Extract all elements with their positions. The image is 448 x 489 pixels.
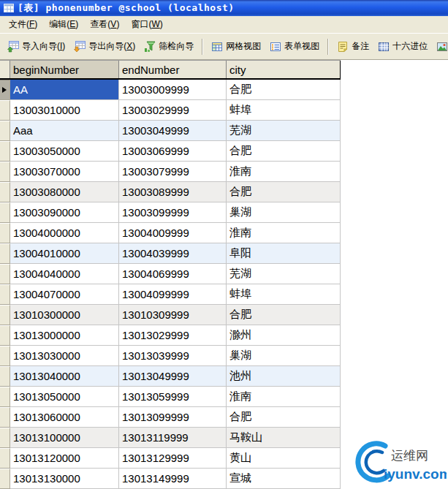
cell-beginNumber[interactable]: 13004070000 — [10, 284, 119, 305]
cell-endNumber[interactable]: 13013059999 — [119, 387, 227, 407]
cell-beginNumber[interactable]: AA — [10, 80, 119, 100]
cell-beginNumber[interactable]: 13013050000 — [10, 387, 119, 407]
cell-city[interactable]: 马鞍山 — [227, 428, 341, 448]
row-selector[interactable] — [0, 428, 10, 448]
row-selector[interactable] — [0, 284, 10, 305]
cell-endNumber[interactable]: 13003079999 — [119, 162, 227, 182]
memo-button[interactable]: 备注 — [333, 37, 373, 56]
menu-view[interactable]: 查看(V) — [84, 16, 125, 33]
grid-view-button[interactable]: 网格视图 — [207, 37, 265, 56]
cell-beginNumber[interactable]: Aaa — [10, 121, 119, 141]
cell-city[interactable]: 芜湖 — [227, 264, 341, 284]
cell-city[interactable]: 合肥 — [227, 141, 341, 162]
image-button[interactable]: 图像 — [432, 37, 448, 56]
cell-city[interactable]: 合肥 — [227, 80, 341, 100]
table-row: 13004010000 13004039999 阜阳 — [0, 243, 341, 264]
cell-beginNumber[interactable]: 13013060000 — [10, 407, 119, 428]
column-header-city[interactable]: city — [227, 61, 341, 78]
cell-city[interactable]: 滁州 — [227, 325, 341, 346]
cell-endNumber[interactable]: 13003009999 — [119, 80, 227, 100]
cell-city[interactable]: 巢湖 — [227, 202, 341, 223]
filter-wizard-button[interactable]: 筛检向导 — [140, 37, 198, 56]
cell-city[interactable]: 淮南 — [227, 162, 341, 182]
row-selector[interactable] — [0, 223, 10, 243]
cell-city[interactable]: 蚌埠 — [227, 100, 341, 121]
row-selector[interactable] — [0, 162, 10, 182]
import-wizard-button[interactable]: 导入向导(I) — [3, 37, 69, 56]
cell-city[interactable]: 淮南 — [227, 223, 341, 243]
cell-city[interactable]: 巢湖 — [227, 346, 341, 366]
row-selector[interactable] — [0, 305, 10, 325]
column-header-endNumber[interactable]: endNumber — [119, 61, 227, 78]
cell-city[interactable]: 蚌埠 — [227, 284, 341, 305]
table-row: 13003050000 13003069999 合肥 — [0, 141, 341, 162]
cell-endNumber[interactable]: 13003049999 — [119, 121, 227, 141]
cell-endNumber[interactable]: 13003029999 — [119, 100, 227, 121]
row-selector[interactable] — [0, 387, 10, 407]
menu-window[interactable]: 窗口(W) — [125, 16, 168, 33]
cell-city[interactable]: 芜湖 — [227, 121, 341, 141]
cell-beginNumber[interactable]: 13013000000 — [10, 325, 119, 346]
row-selector[interactable] — [0, 264, 10, 284]
cell-endNumber[interactable]: 13004009999 — [119, 223, 227, 243]
row-selector[interactable] — [0, 407, 10, 428]
cell-city[interactable]: 黄山 — [227, 448, 341, 469]
table-row: 13004040000 13004069999 芜湖 — [0, 264, 341, 284]
cell-city[interactable]: 宣城 — [227, 469, 341, 489]
form-view-button[interactable]: 表单视图 — [265, 37, 324, 56]
cell-endNumber[interactable]: 13004039999 — [119, 243, 227, 264]
cell-city[interactable]: 合肥 — [227, 305, 341, 325]
row-selector[interactable] — [0, 346, 10, 366]
cell-endNumber[interactable]: 13004069999 — [119, 264, 227, 284]
cell-endNumber[interactable]: 13013119999 — [119, 428, 227, 448]
row-selector[interactable] — [0, 325, 10, 346]
cell-city[interactable]: 淮南 — [227, 387, 341, 407]
row-selector[interactable] — [0, 80, 10, 100]
cell-endNumber[interactable]: 13003089999 — [119, 182, 227, 202]
export-wizard-button[interactable]: 导出向导(X) — [69, 37, 140, 56]
row-selector[interactable] — [0, 100, 10, 121]
table-row: AA 13003009999 合肥 — [0, 80, 341, 100]
cell-beginNumber[interactable]: 13003010000 — [10, 100, 119, 121]
cell-endNumber[interactable]: 13004099999 — [119, 284, 227, 305]
cell-city[interactable]: 合肥 — [227, 407, 341, 428]
cell-endNumber[interactable]: 13010309999 — [119, 305, 227, 325]
cell-endNumber[interactable]: 13013049999 — [119, 366, 227, 387]
row-selector[interactable] — [0, 121, 10, 141]
cell-endNumber[interactable]: 13013039999 — [119, 346, 227, 366]
cell-endNumber[interactable]: 13003099999 — [119, 202, 227, 223]
cell-beginNumber[interactable]: 13013030000 — [10, 346, 119, 366]
cell-beginNumber[interactable]: 13004010000 — [10, 243, 119, 264]
row-selector[interactable] — [0, 243, 10, 264]
hex-button[interactable]: 十六进位 — [373, 37, 432, 56]
cell-beginNumber[interactable]: 13003090000 — [10, 202, 119, 223]
menu-file[interactable]: 文件(F) — [3, 16, 43, 33]
cell-endNumber[interactable]: 13013099999 — [119, 407, 227, 428]
cell-beginNumber[interactable]: 13004000000 — [10, 223, 119, 243]
cell-beginNumber[interactable]: 13003070000 — [10, 162, 119, 182]
row-selector[interactable] — [0, 141, 10, 162]
cell-city[interactable]: 池州 — [227, 366, 341, 387]
cell-beginNumber[interactable]: 13004040000 — [10, 264, 119, 284]
row-selector[interactable] — [0, 469, 10, 489]
cell-endNumber[interactable]: 13013129999 — [119, 448, 227, 469]
row-selector[interactable] — [0, 202, 10, 223]
row-selector[interactable] — [0, 182, 10, 202]
cell-endNumber[interactable]: 13003069999 — [119, 141, 227, 162]
cell-city[interactable]: 阜阳 — [227, 243, 341, 264]
cell-beginNumber[interactable]: 13013130000 — [10, 469, 119, 489]
cell-beginNumber[interactable]: 13013100000 — [10, 428, 119, 448]
cell-beginNumber[interactable]: 13003080000 — [10, 182, 119, 202]
row-selector[interactable] — [0, 366, 10, 387]
cell-beginNumber[interactable]: 13013040000 — [10, 366, 119, 387]
cell-beginNumber[interactable]: 13003050000 — [10, 141, 119, 162]
cell-endNumber[interactable]: 13013149999 — [119, 469, 227, 489]
select-all-stub[interactable] — [0, 61, 10, 78]
column-header-beginNumber[interactable]: beginNumber — [10, 61, 119, 78]
cell-beginNumber[interactable]: 13013120000 — [10, 448, 119, 469]
menu-edit[interactable]: 编辑(E) — [43, 16, 84, 33]
cell-endNumber[interactable]: 13013029999 — [119, 325, 227, 346]
cell-beginNumber[interactable]: 13010300000 — [10, 305, 119, 325]
row-selector[interactable] — [0, 448, 10, 469]
cell-city[interactable]: 合肥 — [227, 182, 341, 202]
